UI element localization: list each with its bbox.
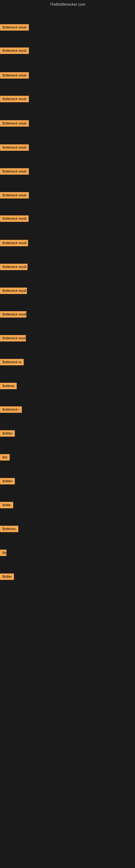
bottleneck-item-15[interactable]: Bottleneck re xyxy=(0,359,24,365)
bottleneck-badge-20: Bottlen xyxy=(0,478,15,485)
bottleneck-item-23[interactable]: Bo xyxy=(0,550,6,556)
bottleneck-item-3[interactable]: Bottleneck result xyxy=(0,72,29,79)
bottleneck-item-22[interactable]: Bottlenec xyxy=(0,526,18,532)
bottleneck-item-18[interactable]: Bottlen xyxy=(0,430,15,437)
bottleneck-badge-3: Bottleneck result xyxy=(0,72,29,79)
bottleneck-badge-21: Bottle xyxy=(0,502,13,508)
bottleneck-badge-2: Bottleneck result xyxy=(0,48,29,54)
bottleneck-item-5[interactable]: Bottleneck result xyxy=(0,120,29,127)
bottleneck-badge-12: Bottleneck result xyxy=(0,287,27,294)
bottleneck-badge-17: Bottleneck r xyxy=(0,406,22,413)
bottleneck-item-2[interactable]: Bottleneck result xyxy=(0,48,29,54)
bottleneck-badge-15: Bottleneck re xyxy=(0,359,24,365)
bottleneck-item-12[interactable]: Bottleneck result xyxy=(0,287,27,294)
bottleneck-item-21[interactable]: Bottle xyxy=(0,502,13,508)
bottleneck-badge-10: Bottleneck result xyxy=(0,240,28,246)
bottleneck-badge-13: Bottleneck result xyxy=(0,311,27,318)
bottleneck-item-7[interactable]: Bottleneck result xyxy=(0,168,29,175)
bottleneck-badge-18: Bottlen xyxy=(0,430,15,437)
bottleneck-badge-7: Bottleneck result xyxy=(0,168,29,175)
bottleneck-item-24[interactable]: Bottler xyxy=(0,574,14,580)
bottleneck-item-8[interactable]: Bottleneck result xyxy=(0,192,29,198)
bottleneck-item-9[interactable]: Bottleneck result xyxy=(0,215,29,222)
bottleneck-item-1[interactable]: Bottleneck result xyxy=(0,24,29,31)
bottleneck-badge-1: Bottleneck result xyxy=(0,24,29,31)
bottleneck-badge-16: Bottlene xyxy=(0,383,17,389)
bottleneck-badge-22: Bottlenec xyxy=(0,526,18,532)
bottleneck-item-10[interactable]: Bottleneck result xyxy=(0,240,28,246)
site-title: TheBottlenecker.com xyxy=(0,0,135,9)
bottleneck-badge-6: Bottleneck result xyxy=(0,144,29,151)
bottleneck-item-4[interactable]: Bottleneck result xyxy=(0,96,29,102)
bottleneck-badge-11: Bottleneck result xyxy=(0,264,28,270)
bottleneck-item-16[interactable]: Bottlene xyxy=(0,383,17,389)
bottleneck-item-11[interactable]: Bottleneck result xyxy=(0,264,28,270)
bottleneck-item-6[interactable]: Bottleneck result xyxy=(0,144,29,151)
bottleneck-badge-23: Bo xyxy=(0,550,6,556)
bottleneck-badge-19: Bot xyxy=(0,454,10,461)
bottleneck-badge-5: Bottleneck result xyxy=(0,120,29,127)
bottleneck-badge-24: Bottler xyxy=(0,574,14,580)
bottleneck-item-19[interactable]: Bot xyxy=(0,454,10,461)
bottleneck-item-20[interactable]: Bottlen xyxy=(0,478,15,485)
bottleneck-item-17[interactable]: Bottleneck r xyxy=(0,406,22,413)
bottleneck-badge-9: Bottleneck result xyxy=(0,215,29,222)
bottleneck-badge-14: Bottleneck result xyxy=(0,335,26,341)
bottleneck-item-13[interactable]: Bottleneck result xyxy=(0,311,27,318)
bottleneck-item-14[interactable]: Bottleneck result xyxy=(0,335,26,341)
bottleneck-badge-4: Bottleneck result xyxy=(0,96,29,102)
bottleneck-badge-8: Bottleneck result xyxy=(0,192,29,198)
